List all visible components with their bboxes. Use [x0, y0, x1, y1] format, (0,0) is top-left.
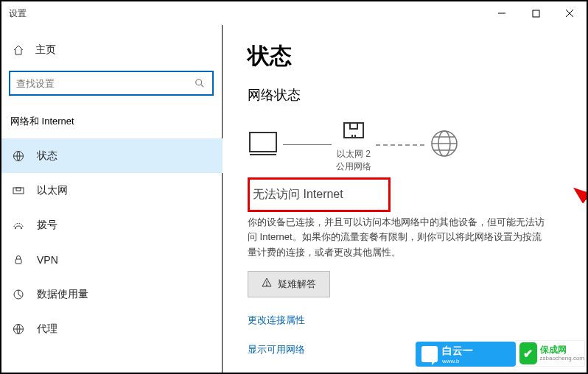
sidebar-item-label: 以太网 — [37, 184, 68, 197]
sidebar-item-proxy[interactable]: 代理 — [9, 311, 222, 346]
vpn-icon — [12, 254, 25, 266]
svg-rect-8 — [16, 188, 21, 191]
close-button[interactable] — [553, 1, 587, 25]
svg-line-25 — [584, 196, 588, 320]
sidebar: 主页 网络和 Internet 状态 以太网 — [1, 25, 223, 373]
page-title: 状态 — [248, 41, 561, 71]
computer-icon — [248, 130, 279, 160]
svg-point-24 — [266, 285, 267, 286]
search-box[interactable] — [9, 71, 214, 96]
watermark-blue-text: 白云一 — [442, 345, 473, 358]
dialup-icon — [12, 219, 25, 231]
alert-highlight: 无法访问 Internet — [248, 177, 391, 212]
svg-line-5 — [201, 85, 204, 88]
sidebar-item-ethernet[interactable]: 以太网 — [9, 173, 222, 208]
sidebar-item-dialup[interactable]: 拨号 — [9, 208, 222, 242]
proxy-icon — [12, 323, 25, 335]
sidebar-item-status[interactable]: 状态 — [1, 138, 223, 173]
sidebar-item-vpn[interactable]: VPN — [9, 242, 222, 277]
svg-point-4 — [196, 80, 202, 85]
troubleshoot-button[interactable]: 疑难解答 — [248, 271, 330, 297]
maximize-button[interactable] — [519, 1, 553, 25]
search-icon[interactable] — [187, 78, 212, 88]
status-description: 你的设备已连接，并且可以访问本地网络中的其他设备，但可能无法访问 Interne… — [248, 215, 550, 261]
sidebar-item-label: 代理 — [37, 322, 57, 336]
sidebar-home-label: 主页 — [35, 43, 56, 57]
section-title: 网络状态 — [248, 86, 561, 104]
svg-rect-11 — [15, 259, 21, 264]
watermark-green-sub: zsbaocheng.com — [540, 355, 584, 361]
watermark-green: ✔ 保成网 zsbaocheng.com — [516, 340, 585, 367]
titlebar: 设置 — [1, 1, 587, 25]
troubleshoot-label: 疑难解答 — [278, 278, 316, 291]
network-diagram: 以太网 2 公用网络 — [248, 117, 561, 173]
sidebar-item-label: VPN — [37, 254, 58, 266]
sidebar-home[interactable]: 主页 — [9, 34, 222, 66]
watermark-blue: 白云一 www.b — [416, 342, 516, 367]
globe-icon — [429, 128, 460, 162]
link-change-properties[interactable]: 更改连接属性 — [248, 314, 561, 327]
connection-dashed — [376, 144, 424, 146]
warning-icon — [262, 278, 272, 290]
window-title: 设置 — [9, 7, 27, 20]
minimize-button[interactable] — [485, 1, 519, 25]
ethernet-icon — [12, 185, 25, 197]
data-usage-icon — [12, 289, 25, 300]
main-content: 状态 网络状态 以太网 2 公用网络 — [223, 25, 587, 373]
sidebar-item-label: 拨号 — [37, 219, 57, 232]
alert-text: 无法访问 Internet — [253, 188, 343, 200]
adapter-name: 以太网 2 — [337, 149, 371, 159]
svg-rect-14 — [250, 133, 276, 152]
svg-rect-1 — [533, 10, 539, 17]
adapter-type: 公用网络 — [336, 161, 371, 172]
watermark-green-text: 保成网 — [540, 345, 584, 355]
status-icon — [12, 150, 25, 162]
watermark-blue-sub: www.b — [442, 358, 473, 364]
sidebar-item-label: 状态 — [37, 149, 57, 163]
annotation-arrow — [569, 180, 588, 342]
svg-rect-16 — [344, 123, 363, 138]
sidebar-item-label: 数据使用量 — [37, 288, 88, 301]
search-input[interactable] — [10, 78, 187, 89]
adapter-icon — [341, 117, 366, 145]
sidebar-category: 网络和 Internet — [10, 115, 222, 128]
home-icon — [12, 44, 25, 56]
svg-rect-17 — [350, 123, 357, 129]
sidebar-item-data-usage[interactable]: 数据使用量 — [9, 277, 222, 311]
connection-line — [283, 144, 332, 145]
